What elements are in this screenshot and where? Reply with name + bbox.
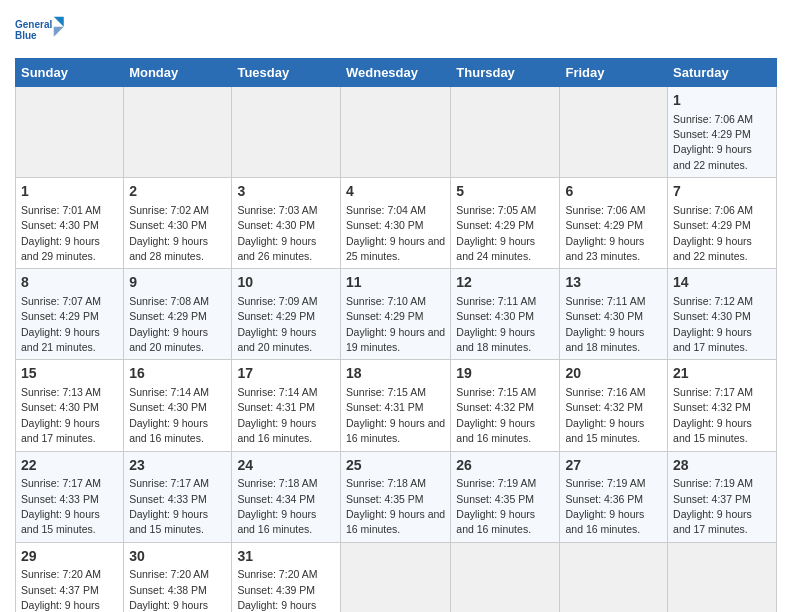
calendar-cell: 20Sunrise: 7:16 AMSunset: 4:32 PMDayligh… bbox=[560, 360, 668, 451]
calendar-cell bbox=[340, 87, 450, 178]
calendar-cell: 18Sunrise: 7:15 AMSunset: 4:31 PMDayligh… bbox=[340, 360, 450, 451]
day-number: 1 bbox=[21, 182, 118, 202]
cell-sun-info: Sunrise: 7:12 AMSunset: 4:30 PMDaylight:… bbox=[673, 295, 753, 353]
cell-sun-info: Sunrise: 7:14 AMSunset: 4:31 PMDaylight:… bbox=[237, 386, 317, 444]
day-number: 1 bbox=[673, 91, 771, 111]
calendar-cell: 21Sunrise: 7:17 AMSunset: 4:32 PMDayligh… bbox=[668, 360, 777, 451]
calendar-cell bbox=[451, 542, 560, 612]
day-number: 11 bbox=[346, 273, 445, 293]
column-header-saturday: Saturday bbox=[668, 59, 777, 87]
column-header-sunday: Sunday bbox=[16, 59, 124, 87]
day-number: 29 bbox=[21, 547, 118, 567]
calendar-week-3: 8Sunrise: 7:07 AMSunset: 4:29 PMDaylight… bbox=[16, 269, 777, 360]
calendar-cell: 15Sunrise: 7:13 AMSunset: 4:30 PMDayligh… bbox=[16, 360, 124, 451]
calendar-cell: 6Sunrise: 7:06 AMSunset: 4:29 PMDaylight… bbox=[560, 178, 668, 269]
cell-sun-info: Sunrise: 7:03 AMSunset: 4:30 PMDaylight:… bbox=[237, 204, 317, 262]
calendar-cell: 4Sunrise: 7:04 AMSunset: 4:30 PMDaylight… bbox=[340, 178, 450, 269]
day-number: 28 bbox=[673, 456, 771, 476]
column-header-monday: Monday bbox=[124, 59, 232, 87]
cell-sun-info: Sunrise: 7:15 AMSunset: 4:31 PMDaylight:… bbox=[346, 386, 445, 444]
column-header-tuesday: Tuesday bbox=[232, 59, 341, 87]
svg-text:General: General bbox=[15, 19, 52, 30]
calendar-cell bbox=[340, 542, 450, 612]
calendar-cell: 25Sunrise: 7:18 AMSunset: 4:35 PMDayligh… bbox=[340, 451, 450, 542]
calendar-cell: 3Sunrise: 7:03 AMSunset: 4:30 PMDaylight… bbox=[232, 178, 341, 269]
calendar-cell bbox=[668, 542, 777, 612]
column-header-wednesday: Wednesday bbox=[340, 59, 450, 87]
day-number: 23 bbox=[129, 456, 226, 476]
day-number: 25 bbox=[346, 456, 445, 476]
calendar-cell bbox=[16, 87, 124, 178]
calendar-cell: 31Sunrise: 7:20 AMSunset: 4:39 PMDayligh… bbox=[232, 542, 341, 612]
calendar-cell: 29Sunrise: 7:20 AMSunset: 4:37 PMDayligh… bbox=[16, 542, 124, 612]
cell-sun-info: Sunrise: 7:15 AMSunset: 4:32 PMDaylight:… bbox=[456, 386, 536, 444]
calendar-cell: 11Sunrise: 7:10 AMSunset: 4:29 PMDayligh… bbox=[340, 269, 450, 360]
day-number: 5 bbox=[456, 182, 554, 202]
calendar-cell bbox=[560, 542, 668, 612]
calendar-cell: 14Sunrise: 7:12 AMSunset: 4:30 PMDayligh… bbox=[668, 269, 777, 360]
calendar-header: SundayMondayTuesdayWednesdayThursdayFrid… bbox=[16, 59, 777, 87]
calendar-cell: 16Sunrise: 7:14 AMSunset: 4:30 PMDayligh… bbox=[124, 360, 232, 451]
cell-sun-info: Sunrise: 7:20 AMSunset: 4:37 PMDaylight:… bbox=[21, 568, 101, 612]
calendar-cell: 2Sunrise: 7:02 AMSunset: 4:30 PMDaylight… bbox=[124, 178, 232, 269]
cell-sun-info: Sunrise: 7:18 AMSunset: 4:34 PMDaylight:… bbox=[237, 477, 317, 535]
cell-sun-info: Sunrise: 7:11 AMSunset: 4:30 PMDaylight:… bbox=[565, 295, 645, 353]
calendar-week-6: 29Sunrise: 7:20 AMSunset: 4:37 PMDayligh… bbox=[16, 542, 777, 612]
day-number: 18 bbox=[346, 364, 445, 384]
cell-sun-info: Sunrise: 7:17 AMSunset: 4:33 PMDaylight:… bbox=[21, 477, 101, 535]
cell-sun-info: Sunrise: 7:14 AMSunset: 4:30 PMDaylight:… bbox=[129, 386, 209, 444]
calendar-week-4: 15Sunrise: 7:13 AMSunset: 4:30 PMDayligh… bbox=[16, 360, 777, 451]
calendar-cell bbox=[232, 87, 341, 178]
calendar-cell: 23Sunrise: 7:17 AMSunset: 4:33 PMDayligh… bbox=[124, 451, 232, 542]
svg-text:Blue: Blue bbox=[15, 30, 37, 41]
calendar-body: 1Sunrise: 7:06 AMSunset: 4:29 PMDaylight… bbox=[16, 87, 777, 613]
day-number: 2 bbox=[129, 182, 226, 202]
calendar-cell bbox=[124, 87, 232, 178]
cell-sun-info: Sunrise: 7:09 AMSunset: 4:29 PMDaylight:… bbox=[237, 295, 317, 353]
day-number: 26 bbox=[456, 456, 554, 476]
cell-sun-info: Sunrise: 7:19 AMSunset: 4:37 PMDaylight:… bbox=[673, 477, 753, 535]
cell-sun-info: Sunrise: 7:20 AMSunset: 4:38 PMDaylight:… bbox=[129, 568, 209, 612]
day-number: 22 bbox=[21, 456, 118, 476]
cell-sun-info: Sunrise: 7:16 AMSunset: 4:32 PMDaylight:… bbox=[565, 386, 645, 444]
cell-sun-info: Sunrise: 7:20 AMSunset: 4:39 PMDaylight:… bbox=[237, 568, 317, 612]
day-number: 20 bbox=[565, 364, 662, 384]
day-number: 17 bbox=[237, 364, 335, 384]
calendar-cell bbox=[560, 87, 668, 178]
cell-sun-info: Sunrise: 7:07 AMSunset: 4:29 PMDaylight:… bbox=[21, 295, 101, 353]
cell-sun-info: Sunrise: 7:02 AMSunset: 4:30 PMDaylight:… bbox=[129, 204, 209, 262]
cell-sun-info: Sunrise: 7:04 AMSunset: 4:30 PMDaylight:… bbox=[346, 204, 445, 262]
day-number: 14 bbox=[673, 273, 771, 293]
svg-marker-2 bbox=[54, 17, 64, 27]
cell-sun-info: Sunrise: 7:17 AMSunset: 4:32 PMDaylight:… bbox=[673, 386, 753, 444]
calendar-week-1: 1Sunrise: 7:06 AMSunset: 4:29 PMDaylight… bbox=[16, 87, 777, 178]
calendar-cell: 30Sunrise: 7:20 AMSunset: 4:38 PMDayligh… bbox=[124, 542, 232, 612]
calendar-cell: 12Sunrise: 7:11 AMSunset: 4:30 PMDayligh… bbox=[451, 269, 560, 360]
calendar-cell: 1Sunrise: 7:06 AMSunset: 4:29 PMDaylight… bbox=[668, 87, 777, 178]
column-header-friday: Friday bbox=[560, 59, 668, 87]
day-number: 9 bbox=[129, 273, 226, 293]
calendar-cell: 19Sunrise: 7:15 AMSunset: 4:32 PMDayligh… bbox=[451, 360, 560, 451]
calendar-week-2: 1Sunrise: 7:01 AMSunset: 4:30 PMDaylight… bbox=[16, 178, 777, 269]
day-number: 15 bbox=[21, 364, 118, 384]
day-number: 24 bbox=[237, 456, 335, 476]
day-number: 27 bbox=[565, 456, 662, 476]
calendar-cell: 10Sunrise: 7:09 AMSunset: 4:29 PMDayligh… bbox=[232, 269, 341, 360]
logo: General Blue bbox=[15, 10, 65, 52]
cell-sun-info: Sunrise: 7:11 AMSunset: 4:30 PMDaylight:… bbox=[456, 295, 536, 353]
day-number: 12 bbox=[456, 273, 554, 293]
cell-sun-info: Sunrise: 7:19 AMSunset: 4:35 PMDaylight:… bbox=[456, 477, 536, 535]
cell-sun-info: Sunrise: 7:13 AMSunset: 4:30 PMDaylight:… bbox=[21, 386, 101, 444]
calendar-cell: 9Sunrise: 7:08 AMSunset: 4:29 PMDaylight… bbox=[124, 269, 232, 360]
calendar-cell: 27Sunrise: 7:19 AMSunset: 4:36 PMDayligh… bbox=[560, 451, 668, 542]
day-number: 3 bbox=[237, 182, 335, 202]
calendar-cell: 8Sunrise: 7:07 AMSunset: 4:29 PMDaylight… bbox=[16, 269, 124, 360]
cell-sun-info: Sunrise: 7:10 AMSunset: 4:29 PMDaylight:… bbox=[346, 295, 445, 353]
calendar-cell: 13Sunrise: 7:11 AMSunset: 4:30 PMDayligh… bbox=[560, 269, 668, 360]
day-number: 7 bbox=[673, 182, 771, 202]
svg-marker-3 bbox=[54, 27, 64, 37]
calendar-cell: 5Sunrise: 7:05 AMSunset: 4:29 PMDaylight… bbox=[451, 178, 560, 269]
day-number: 16 bbox=[129, 364, 226, 384]
cell-sun-info: Sunrise: 7:06 AMSunset: 4:29 PMDaylight:… bbox=[673, 204, 753, 262]
column-header-thursday: Thursday bbox=[451, 59, 560, 87]
